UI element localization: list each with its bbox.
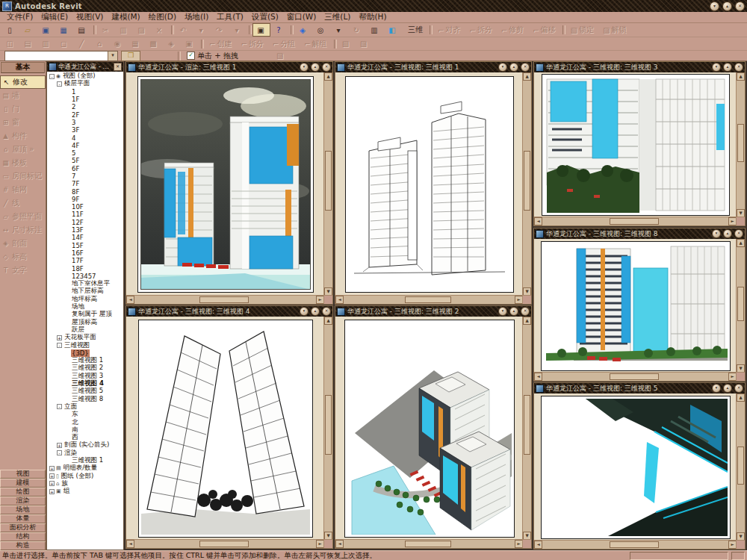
zoom-dropdown-icon[interactable]: ▾ [330,23,348,37]
3d-shaded-drawing[interactable] [541,241,731,371]
scrollbar-thumb[interactable] [325,151,332,211]
design-bar-item[interactable]: ▤ 墙 [0,89,46,102]
link-icon[interactable]: ▧ [338,37,356,51]
tree-item[interactable]: 5F [47,157,123,164]
3d-shaded-drawing[interactable] [542,74,730,216]
vertical-scrollbar[interactable]: ▲▼ [522,72,531,296]
child-window-title-bar[interactable]: 华通龙江公寓 - 渲染: 三维视图 1 ▾ ▴ ✕ [126,62,332,72]
child-window-title-bar[interactable]: 华通龙江公寓 - 三维视图: 三维视图 8 ▾ ▴ ✕ [534,228,745,239]
window-3d-view-8[interactable]: 华通龙江公寓 - 三维视图: 三维视图 8 ▾ ▴ ✕ [533,228,746,382]
scroll-left-icon[interactable]: ◄ [534,373,542,381]
tree-item[interactable]: 1 [47,88,123,96]
scroll-left-icon[interactable]: ◄ [335,540,344,548]
horizontal-scrollbar[interactable]: ◄► [335,295,523,304]
selection-filter-icon[interactable]: ▨ [271,49,289,63]
tree-item[interactable]: 7F [47,180,123,187]
align-button[interactable]: ⌐ 对齐 [433,23,465,37]
scrollbar-thumb[interactable] [199,296,248,303]
child-minimize-button[interactable]: ▾ [498,63,507,72]
tree-item[interactable]: 16F [47,249,123,257]
child-restore-button[interactable]: ▴ [311,307,320,316]
design-bar-tab[interactable]: 绘图 [0,488,46,497]
tree-item[interactable]: 1F [47,96,123,103]
scrollbar-thumb[interactable] [524,151,530,211]
vertical-scrollbar[interactable]: ▲▼ [736,239,745,373]
type-selector-dropdown-icon[interactable]: ▾ [108,52,117,60]
scroll-left-icon[interactable]: ◄ [335,296,344,304]
redo-icon[interactable]: ↷ [211,23,229,37]
paint-icon[interactable]: ◉ [109,37,127,51]
child-close-button[interactable]: ✕ [734,63,743,72]
rendered-image[interactable] [137,76,314,293]
child-close-button[interactable]: ✕ [734,384,743,393]
menu-item[interactable]: 场地(I) [181,12,212,22]
ungroup-button[interactable]: ⌐ 解组 [300,37,331,51]
edit-group-button[interactable]: ⌐ 拆分 [236,37,267,51]
menu-item[interactable]: 设置(S) [248,12,282,22]
menu-item[interactable]: 帮助(H) [355,12,390,22]
render-icon[interactable]: ◧ [384,23,402,37]
tree-item[interactable]: + ⌂ 族 [47,480,123,488]
design-bar-tab[interactable]: 视图 [0,470,46,479]
design-bar-tab-basics[interactable]: 基本 [1,62,45,73]
context-help-icon[interactable]: ? [270,23,288,37]
horizontal-scrollbar[interactable]: ◄► [126,539,324,548]
scrollbar-thumb[interactable] [737,287,744,321]
horizontal-scrollbar[interactable]: ◄► [534,372,737,381]
tree-item[interactable]: 4F [47,142,123,149]
design-bar-item[interactable]: ▭ 房间标记 [0,169,46,183]
orbit-icon[interactable]: ↻ [348,23,366,37]
child-window-title-bar[interactable]: 华通龙江公寓 - 三维视图: 三维视图 1 ▾ ▴ ✕ [335,62,531,72]
window-3d-view-4[interactable]: 华通龙江公寓 - 三维视图: 三维视图 4 ▾ ▴ ✕ [125,305,333,549]
unlock-button[interactable]: ▨ 解锁 [598,23,630,37]
tree-item[interactable]: 6F [47,165,123,172]
design-bar-tab[interactable]: 建模 [0,479,46,488]
tree-item[interactable]: 9F [47,196,123,203]
zoom-icon[interactable]: ◎ [312,23,330,37]
redo-dropdown-icon[interactable]: ▾ [229,23,247,37]
tree-item[interactable]: 2F [47,111,123,118]
split-button[interactable]: ⌐ 拆分 [465,23,496,37]
undo-dropdown-icon[interactable]: ▾ [193,23,211,37]
view-canvas[interactable] [534,72,737,217]
tree-expander-icon[interactable]: - [57,404,62,409]
save-icon[interactable]: ▣ [37,23,55,37]
child-close-button[interactable]: ✕ [734,229,743,238]
3d-wireframe-drawing[interactable] [138,320,313,538]
design-bar-item[interactable]: ▲ 构件 [0,129,46,143]
design-bar-item[interactable]: ◈ 剖面 [0,237,46,250]
tree-item[interactable]: 10F [47,203,123,211]
menu-item[interactable]: 文件(F) [3,12,37,22]
child-minimize-button[interactable]: ▾ [712,384,721,393]
horizontal-scrollbar[interactable]: ◄► [534,540,737,549]
design-bar-item[interactable]: ▱ 参照平面 [0,210,46,223]
tree-expander-icon[interactable]: + [49,473,55,479]
view-canvas[interactable] [534,239,737,373]
scrollbar-thumb[interactable] [737,124,744,161]
save-all-icon[interactable]: ▦ [55,23,73,37]
child-minimize-button[interactable]: ▾ [712,229,721,238]
3d-shaded-drawing[interactable] [541,396,731,539]
tree-item[interactable]: 北 [47,418,123,426]
child-close-button[interactable]: ✕ [521,307,530,316]
child-close-button[interactable]: ✕ [322,63,331,72]
match-icon[interactable]: ▦ [127,37,145,51]
3d-wireframe-drawing[interactable] [345,76,514,293]
scrollbar-thumb[interactable] [199,541,248,547]
tree-item[interactable]: + 剖面 (实心箭头) [47,441,123,449]
scrollbar-thumb[interactable] [325,395,332,455]
design-bar-item[interactable]: ↖ 修改 [0,75,46,89]
design-bar-tab[interactable]: 体量 [0,514,46,523]
scrollbar-thumb[interactable] [405,541,451,547]
child-restore-button[interactable]: ▴ [723,63,732,72]
press-drag-checkbox[interactable]: ✓ [187,52,195,60]
tree-item[interactable]: 8F [47,187,123,195]
print-icon[interactable]: ▤ [73,23,91,37]
tree-expander-icon[interactable]: - [49,74,55,79]
view-canvas[interactable] [534,393,737,541]
tree-expander-icon[interactable]: + [49,481,55,486]
scroll-up-icon[interactable]: ▲ [523,72,531,81]
design-bar-item[interactable]: ▯ 门 [0,102,46,116]
vertical-scrollbar[interactable]: ▲▼ [323,317,332,540]
trim-button[interactable]: ⌐ 修剪 [497,23,528,37]
